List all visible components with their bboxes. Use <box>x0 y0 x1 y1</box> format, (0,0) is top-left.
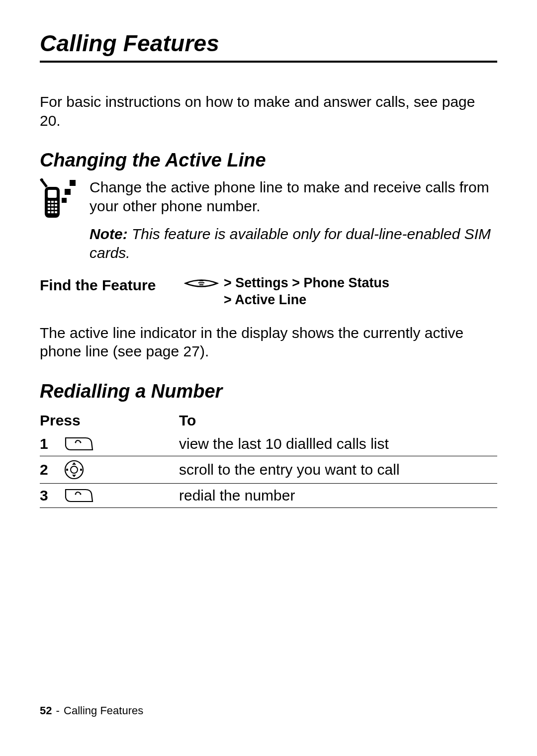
section1-after-paragraph: The active line indicator in the display… <box>40 324 497 361</box>
footer-separator: - <box>56 704 60 717</box>
section1-note: Note: This feature is available only for… <box>90 225 497 262</box>
menu-key-icon <box>179 275 224 291</box>
svg-rect-10 <box>48 208 50 210</box>
svg-rect-16 <box>70 180 76 186</box>
chapter-rule <box>40 61 497 63</box>
svg-rect-14 <box>51 211 54 213</box>
svg-point-1 <box>40 178 43 181</box>
svg-point-23 <box>80 441 82 443</box>
svg-rect-26 <box>66 469 68 471</box>
step-to: view the last 10 diallled calls list <box>179 435 497 452</box>
svg-rect-11 <box>51 208 54 210</box>
svg-rect-17 <box>65 189 71 195</box>
send-key-icon <box>64 487 179 504</box>
svg-rect-12 <box>55 208 57 210</box>
find-feature-path-line2: > Active Line <box>224 292 389 309</box>
section1-content: Change the active phone line to make and… <box>40 178 497 222</box>
chapter-title: Calling Features <box>40 30 497 57</box>
step-number: 3 <box>40 487 64 504</box>
find-the-feature-row: Find the Feature > Settings > Phone Stat… <box>40 275 497 309</box>
header-to: To <box>179 412 497 429</box>
header-press: Press <box>40 412 179 429</box>
svg-rect-13 <box>48 211 50 213</box>
step-to: redial the number <box>179 487 497 504</box>
svg-rect-5 <box>51 201 54 203</box>
section-title-2: Redialling a Number <box>40 381 497 402</box>
svg-point-25 <box>71 466 78 473</box>
table-row: 2 scroll to the entry you want to call <box>40 456 497 484</box>
find-feature-path-line1: > Settings > Phone Status <box>224 275 389 292</box>
send-key-icon <box>64 435 179 453</box>
svg-point-29 <box>80 493 82 495</box>
svg-rect-9 <box>55 204 57 206</box>
svg-rect-8 <box>51 204 54 206</box>
page-number: 52 <box>40 704 52 717</box>
note-label: Note: <box>90 226 128 242</box>
step-number: 1 <box>40 435 64 452</box>
svg-rect-7 <box>48 204 50 206</box>
svg-rect-6 <box>55 201 57 203</box>
section-title-1: Changing the Active Line <box>40 150 497 171</box>
svg-point-22 <box>75 441 77 443</box>
table-row: 3 redial the number <box>40 484 497 508</box>
redial-table: Press To 1 view the last 10 diallled cal… <box>40 409 497 508</box>
find-feature-label: Find the Feature <box>40 275 179 294</box>
section1-paragraph: Change the active phone line to make and… <box>90 178 497 215</box>
step-number: 2 <box>40 461 64 478</box>
table-row: 1 view the last 10 diallled calls list <box>40 432 497 456</box>
table-header: Press To <box>40 409 497 432</box>
svg-rect-18 <box>62 198 67 203</box>
document-page: Calling Features For basic instructions … <box>0 0 537 756</box>
step-to: scroll to the entry you want to call <box>179 461 497 478</box>
phone-signal-icon <box>40 178 79 222</box>
svg-point-28 <box>75 493 77 495</box>
footer-section: Calling Features <box>64 704 143 717</box>
svg-rect-15 <box>55 211 57 213</box>
intro-paragraph: For basic instructions on how to make an… <box>40 92 497 130</box>
svg-rect-4 <box>48 201 50 203</box>
page-footer: 52 - Calling Features <box>40 704 143 717</box>
note-text: This feature is available only for dual-… <box>90 226 491 261</box>
find-feature-path: > Settings > Phone Status > Active Line <box>224 275 389 309</box>
svg-rect-27 <box>80 469 82 471</box>
nav-key-icon <box>64 459 179 480</box>
svg-rect-3 <box>48 190 57 198</box>
